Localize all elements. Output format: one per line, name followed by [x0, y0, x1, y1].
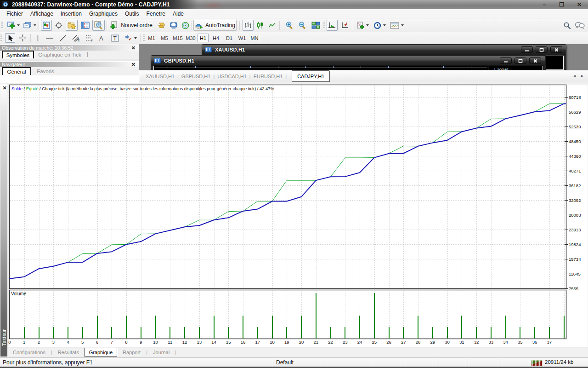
period-m30[interactable]: M30 — [184, 34, 197, 42]
auto-scroll-toggle[interactable] — [327, 20, 338, 31]
terminal-button[interactable] — [79, 20, 91, 31]
period-d1[interactable]: D1 — [224, 34, 235, 42]
chart-tab-usdcad-h1[interactable]: USDCAD,H1 — [217, 74, 247, 79]
period-h1[interactable]: H1 — [198, 34, 209, 42]
text-tool[interactable]: A — [96, 33, 107, 43]
cursor-tool[interactable] — [5, 33, 15, 43]
vertical-line-tool[interactable] — [34, 33, 42, 43]
profiles-button[interactable] — [22, 20, 38, 31]
svg-text:7: 7 — [111, 339, 113, 345]
chart-tab-gbpusd-h1[interactable]: GBPUSD,H1 — [181, 74, 211, 79]
autotrading-button[interactable]: AutoTrading — [193, 20, 237, 31]
svg-text:34: 34 — [503, 339, 508, 345]
tester-tab-bar: Configurations|ResultatsGraphiqueRapport… — [7, 347, 588, 357]
xauusd-close-button[interactable] — [550, 46, 562, 53]
menu-insertion[interactable]: Insertion — [57, 9, 85, 18]
tester-tab-resultats[interactable]: Resultats — [58, 350, 79, 355]
period-m1[interactable]: M1 — [146, 34, 157, 42]
tester-tab-graphique[interactable]: Graphique — [85, 348, 117, 357]
svg-text:F: F — [91, 39, 93, 42]
strategy-tester-toggle[interactable] — [92, 20, 105, 31]
navigator-toggle[interactable] — [66, 20, 78, 31]
shapes-tool[interactable] — [123, 33, 138, 43]
new-chart-button[interactable] — [6, 20, 21, 31]
indicators-button[interactable] — [355, 20, 370, 31]
line-chart-button[interactable] — [266, 20, 277, 31]
zoom-out-button[interactable] — [297, 20, 308, 31]
trendline-tool[interactable] — [57, 33, 68, 43]
tabs-scroll-left-icon[interactable]: ◂ — [573, 73, 576, 78]
menu-aide[interactable]: Aide — [169, 9, 187, 18]
tile-windows-button[interactable] — [310, 20, 322, 31]
xauusd-minimize-button[interactable] — [521, 46, 533, 53]
shapes-arrows-icon — [124, 34, 132, 41]
svg-text:32: 32 — [474, 339, 479, 345]
market-ingot-button[interactable] — [156, 20, 167, 31]
search-button[interactable] — [561, 20, 572, 31]
chart-shift-button[interactable] — [339, 20, 351, 31]
tester-tab-rapport[interactable]: Rapport — [123, 350, 141, 355]
y-axis-label: 36182 — [569, 183, 581, 188]
tab-graphique-en-tick[interactable]: Graphique en Tick — [37, 51, 83, 58]
tester-close-icon[interactable]: ✕ — [2, 85, 7, 91]
svg-text:1: 1 — [23, 339, 25, 345]
period-m15[interactable]: M15 — [171, 34, 184, 42]
tab-general[interactable]: Général — [2, 67, 31, 75]
new-order-button[interactable]: Nouvel ordre — [109, 20, 153, 31]
chart-window-gbpusd[interactable]: GBPUSD,H1 1.20345 — [151, 56, 545, 70]
chart-window-xauusd-titlebar[interactable]: XAUUSD,H1 — [202, 45, 566, 55]
candlestick-chart-button[interactable] — [254, 20, 266, 31]
market-watch-toggle[interactable] — [41, 20, 52, 31]
chart-window-gbpusd-titlebar[interactable]: GBPUSD,H1 — [151, 56, 545, 66]
text-label-tool[interactable]: T — [109, 33, 120, 43]
svg-text:4: 4 — [67, 339, 69, 345]
indicators-caret-icon — [366, 24, 369, 26]
tab-symboles[interactable]: Symboles — [2, 51, 34, 58]
toolbar-grip[interactable] — [1, 22, 3, 29]
tester-panel-title: Testeur — [2, 329, 7, 346]
menu-outils[interactable]: Outils — [121, 9, 143, 18]
data-window-button[interactable] — [53, 20, 64, 31]
tab-favoris[interactable]: Favoris — [35, 67, 56, 75]
period-h4[interactable]: H4 — [210, 34, 221, 42]
minimize-button[interactable]: – — [539, 1, 549, 8]
menu-fichier[interactable]: Fichier — [3, 9, 27, 18]
period-w1[interactable]: W1 — [237, 34, 247, 42]
chart-tab-cadjpy-h1[interactable]: CADJPY,H1 — [292, 70, 330, 82]
zoom-in-button[interactable] — [284, 20, 295, 31]
tester-tab-configurations[interactable]: Configurations — [13, 350, 45, 355]
chart-tab-xauusd-h1[interactable]: XAUUSD,H1 — [146, 74, 175, 79]
period-m5[interactable]: M5 — [159, 34, 170, 42]
crosshair-tool[interactable] — [17, 33, 28, 43]
close-button[interactable]: ✕ — [574, 1, 584, 8]
menu-fenetre[interactable]: Fenetre — [143, 9, 169, 18]
news-button[interactable] — [180, 20, 190, 31]
tabs-scroll-right-icon[interactable]: ▸ — [581, 73, 583, 78]
community-button[interactable] — [168, 20, 179, 31]
gbpusd-restore-button[interactable] — [514, 58, 526, 64]
xauusd-restore-button[interactable] — [536, 46, 548, 53]
tester-model-description: Chaque tick (la méthode la plus précise,… — [42, 86, 256, 91]
y-axis-label: 56629 — [569, 109, 581, 115]
tester-chart[interactable]: Volume0123456789101112131415161718192021… — [9, 85, 566, 347]
svg-text:27: 27 — [401, 339, 406, 345]
restore-button[interactable]: ❐ — [557, 1, 567, 8]
tester-vertical-caption[interactable]: ✕ Testeur — [0, 84, 7, 356]
fibonacci-tool[interactable]: F — [84, 33, 95, 43]
navigator-content — [0, 75, 139, 83]
bar-chart-button[interactable] — [243, 20, 254, 31]
periods-button[interactable] — [372, 20, 387, 31]
gbpusd-close-button[interactable] — [529, 58, 541, 64]
market-watch-header[interactable]: Observation du marché: 10:36:52 ✕ — [0, 45, 139, 51]
menu-affichage[interactable]: Affichage — [27, 9, 57, 18]
navigator-header[interactable]: Navigateur ✕ — [0, 61, 139, 67]
menu-graphiques[interactable]: Graphiques — [85, 9, 121, 18]
horizontal-line-tool[interactable] — [44, 33, 55, 43]
chart-tab-eurusd-h1[interactable]: EURUSD,H1 — [254, 74, 283, 79]
equidistant-channel-tool[interactable]: E — [70, 33, 82, 43]
templates-button[interactable] — [389, 20, 405, 31]
gbpusd-minimize-button[interactable] — [500, 58, 512, 64]
chat-button[interactable] — [573, 20, 586, 31]
tester-tab-journal[interactable]: Journal — [153, 350, 170, 355]
status-profile[interactable]: Default — [276, 359, 294, 366]
